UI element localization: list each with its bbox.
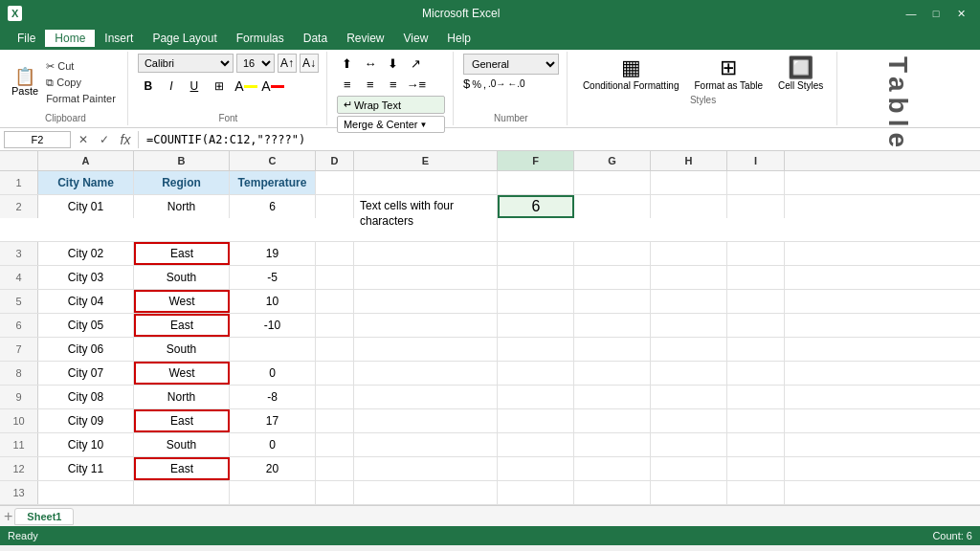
angle-text-button[interactable]: ↗: [406, 54, 427, 73]
cell-a9[interactable]: City 08: [38, 386, 134, 408]
cell-i2[interactable]: [727, 195, 785, 218]
cell-c13[interactable]: [230, 481, 316, 504]
cell-d9[interactable]: [316, 386, 354, 408]
font-decrease-button[interactable]: A↓: [300, 54, 319, 73]
row-number[interactable]: 9: [0, 386, 38, 408]
col-header-i[interactable]: I: [727, 151, 785, 170]
cell-a2[interactable]: City 01: [38, 195, 134, 218]
cell-b11[interactable]: South: [134, 433, 230, 456]
cell-e5[interactable]: [354, 290, 498, 313]
fill-color-button[interactable]: A: [234, 77, 258, 96]
cell-i11[interactable]: [727, 433, 785, 456]
cell-i5[interactable]: [727, 290, 785, 313]
cell-a7[interactable]: City 06: [38, 338, 134, 361]
format-as-table-button[interactable]: ⊞ Format as Table: [689, 54, 769, 93]
cell-d1[interactable]: [316, 171, 354, 194]
cell-a8[interactable]: City 07: [38, 362, 134, 385]
cell-e2[interactable]: Text cells with four characters: [354, 195, 498, 241]
cell-c4[interactable]: -5: [230, 266, 316, 289]
row-number[interactable]: 3: [0, 242, 38, 265]
cancel-formula-button[interactable]: ✕: [75, 131, 92, 148]
align-middle-button[interactable]: ↔: [360, 54, 381, 73]
row-number[interactable]: 10: [0, 409, 38, 432]
row-number[interactable]: 8: [0, 362, 38, 385]
cell-d12[interactable]: [316, 457, 354, 480]
cell-h8[interactable]: [651, 362, 727, 385]
menu-view[interactable]: View: [394, 30, 438, 47]
cell-g13[interactable]: [574, 481, 651, 504]
font-increase-button[interactable]: A↑: [278, 54, 297, 73]
cell-d10[interactable]: [316, 409, 354, 432]
cell-b6[interactable]: East: [134, 314, 230, 337]
align-left-button[interactable]: ≡: [337, 75, 358, 94]
cell-f10[interactable]: [498, 409, 574, 432]
row-number[interactable]: 7: [0, 338, 38, 361]
row-number[interactable]: 4: [0, 266, 38, 289]
menu-page-layout[interactable]: Page Layout: [143, 30, 226, 47]
cell-f3[interactable]: [498, 242, 574, 265]
cell-d6[interactable]: [316, 314, 354, 337]
cell-h6[interactable]: [651, 314, 727, 337]
col-header-e[interactable]: E: [354, 151, 498, 170]
cell-a13[interactable]: [38, 481, 134, 504]
cell-g7[interactable]: [574, 338, 651, 361]
cell-e13[interactable]: [354, 481, 498, 504]
col-header-f[interactable]: F: [498, 151, 574, 170]
copy-button[interactable]: ⧉ Copy: [42, 76, 120, 90]
cell-d11[interactable]: [316, 433, 354, 456]
cell-b7[interactable]: South: [134, 338, 230, 361]
cell-g6[interactable]: [574, 314, 651, 337]
cell-d8[interactable]: [316, 362, 354, 385]
cell-h1[interactable]: [651, 171, 727, 194]
row-number[interactable]: 1: [0, 171, 38, 194]
close-button[interactable]: ✕: [949, 2, 972, 25]
cell-h4[interactable]: [651, 266, 727, 289]
cell-b9[interactable]: North: [134, 386, 230, 408]
cell-i3[interactable]: [727, 242, 785, 265]
cell-i12[interactable]: [727, 457, 785, 480]
col-header-g[interactable]: G: [574, 151, 651, 170]
number-format-select[interactable]: General: [463, 54, 559, 75]
cell-f6[interactable]: [498, 314, 574, 337]
cell-a6[interactable]: City 05: [38, 314, 134, 337]
cell-b4[interactable]: South: [134, 266, 230, 289]
cell-d2[interactable]: [316, 195, 354, 218]
cell-d13[interactable]: [316, 481, 354, 504]
row-number[interactable]: 5: [0, 290, 38, 313]
cell-b8[interactable]: West: [134, 362, 230, 385]
sheet-tab-sheet1[interactable]: Sheet1: [14, 508, 74, 525]
cell-d3[interactable]: [316, 242, 354, 265]
cell-e8[interactable]: [354, 362, 498, 385]
cell-e11[interactable]: [354, 433, 498, 456]
align-top-button[interactable]: ⬆: [337, 54, 358, 73]
cell-h3[interactable]: [651, 242, 727, 265]
col-header-c[interactable]: C: [230, 151, 316, 170]
cell-e6[interactable]: [354, 314, 498, 337]
cell-i8[interactable]: [727, 362, 785, 385]
cell-c1[interactable]: Temperature: [230, 171, 316, 194]
decimal-decrease-button[interactable]: ←.0: [507, 78, 524, 89]
cell-b5[interactable]: West: [134, 290, 230, 313]
cell-f12[interactable]: [498, 457, 574, 480]
cell-c5[interactable]: 10: [230, 290, 316, 313]
indent-button[interactable]: →≡: [406, 75, 427, 94]
cell-e1[interactable]: [354, 171, 498, 194]
cell-h7[interactable]: [651, 338, 727, 361]
cell-g9[interactable]: [574, 386, 651, 408]
cell-c2[interactable]: 6: [230, 195, 316, 218]
cell-h9[interactable]: [651, 386, 727, 408]
cell-f5[interactable]: [498, 290, 574, 313]
comma-button[interactable]: ,: [483, 78, 486, 90]
cell-a1[interactable]: City Name: [38, 171, 134, 194]
cell-c6[interactable]: -10: [230, 314, 316, 337]
minimize-button[interactable]: —: [900, 2, 923, 25]
format-painter-button[interactable]: Format Painter: [42, 92, 120, 105]
cell-e7[interactable]: [354, 338, 498, 361]
underline-button[interactable]: U: [184, 77, 205, 96]
cell-f7[interactable]: [498, 338, 574, 361]
cell-d4[interactable]: [316, 266, 354, 289]
cell-h13[interactable]: [651, 481, 727, 504]
cell-h5[interactable]: [651, 290, 727, 313]
cell-c12[interactable]: 20: [230, 457, 316, 480]
formula-input[interactable]: [143, 133, 976, 146]
